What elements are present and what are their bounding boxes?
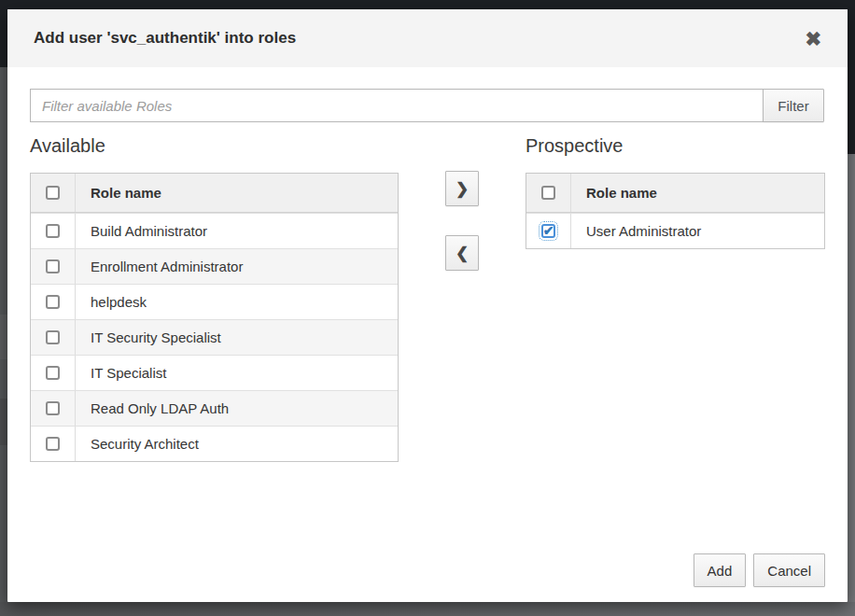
table-row: ✔ Read Only LDAP Auth: [31, 390, 398, 426]
row-checkbox-cell: ✔: [31, 356, 76, 390]
dialog-footer: Add Cancel: [694, 553, 825, 587]
column-header-role-name: Role name: [76, 174, 398, 212]
role-name-cell: Read Only LDAP Auth: [76, 391, 398, 426]
add-button[interactable]: Add: [694, 553, 747, 587]
available-roles-table: ✔ Role name ✔ Build Administrator: [30, 173, 399, 462]
role-name-cell: helpdesk: [76, 285, 398, 319]
prospective-roles-table: ✔ Role name ✔ User Administrator: [526, 173, 825, 249]
prospective-heading: Prospective: [526, 135, 624, 157]
row-checkbox-cell: ✔: [31, 320, 76, 355]
table-row: ✔ Enrollment Administrator: [31, 248, 398, 284]
select-role-checkbox[interactable]: ✔: [46, 295, 60, 309]
move-right-button[interactable]: ❯: [445, 171, 479, 206]
chevron-right-icon: ❯: [456, 179, 469, 199]
screen: Add user 'svc_authentik' into roles ✖ Fi…: [0, 0, 855, 616]
role-name-cell: User Administrator: [571, 214, 824, 248]
table-row: ✔ Security Architect: [31, 426, 398, 461]
select-all-checkbox[interactable]: ✔: [46, 186, 60, 200]
select-role-checkbox[interactable]: ✔: [46, 366, 60, 380]
row-checkbox-cell: ✔: [31, 249, 76, 284]
table-row: ✔ IT Specialist: [31, 355, 398, 390]
move-left-button[interactable]: ❮: [445, 235, 479, 271]
filter-button[interactable]: Filter: [763, 89, 824, 122]
dialog-header: Add user 'svc_authentik' into roles ✖: [7, 9, 848, 67]
row-checkbox-cell: ✔: [31, 214, 76, 248]
filter-group: Filter: [30, 89, 824, 122]
column-header-role-name: Role name: [571, 174, 824, 212]
table-header-row: ✔ Role name: [31, 174, 398, 213]
role-name-cell: IT Security Specialist: [76, 320, 398, 355]
select-role-checkbox[interactable]: ✔: [46, 224, 60, 238]
available-heading: Available: [30, 135, 105, 157]
available-rows: ✔ Build Administrator ✔ Enrollment Admin…: [31, 213, 398, 461]
dialog-title: Add user 'svc_authentik' into roles: [34, 29, 296, 48]
role-name-cell: Enrollment Administrator: [76, 249, 398, 284]
dimmed-page-footer: [0, 602, 855, 616]
chevron-left-icon: ❮: [456, 244, 469, 263]
role-name-cell: Security Architect: [76, 427, 398, 461]
select-role-checkbox[interactable]: ✔: [46, 437, 60, 451]
table-header-row: ✔ Role name: [526, 174, 824, 213]
select-role-checkbox[interactable]: ✔: [46, 259, 60, 273]
cancel-button[interactable]: Cancel: [753, 553, 825, 587]
filter-input[interactable]: [30, 89, 764, 122]
header-checkbox-cell: ✔: [31, 174, 76, 212]
row-checkbox-cell: ✔: [31, 427, 76, 461]
select-all-checkbox[interactable]: ✔: [541, 186, 555, 200]
role-name-cell: IT Specialist: [76, 356, 398, 390]
row-checkbox-cell: ✔: [526, 214, 571, 248]
table-row: ✔ IT Security Specialist: [31, 319, 398, 355]
role-name-cell: Build Administrator: [76, 214, 398, 248]
table-row: ✔ Build Administrator: [31, 213, 398, 248]
select-role-checkbox[interactable]: ✔: [46, 330, 60, 344]
select-role-checkbox[interactable]: ✔: [46, 401, 60, 415]
table-row: ✔ helpdesk: [31, 284, 398, 319]
row-checkbox-cell: ✔: [31, 285, 76, 319]
prospective-rows: ✔ User Administrator: [526, 213, 824, 248]
close-icon[interactable]: ✖: [805, 29, 821, 49]
row-checkbox-cell: ✔: [31, 391, 76, 426]
table-row: ✔ User Administrator: [526, 213, 824, 248]
header-checkbox-cell: ✔: [526, 174, 571, 212]
add-roles-dialog: Add user 'svc_authentik' into roles ✖ Fi…: [7, 9, 848, 602]
select-role-checkbox[interactable]: ✔: [541, 224, 555, 238]
